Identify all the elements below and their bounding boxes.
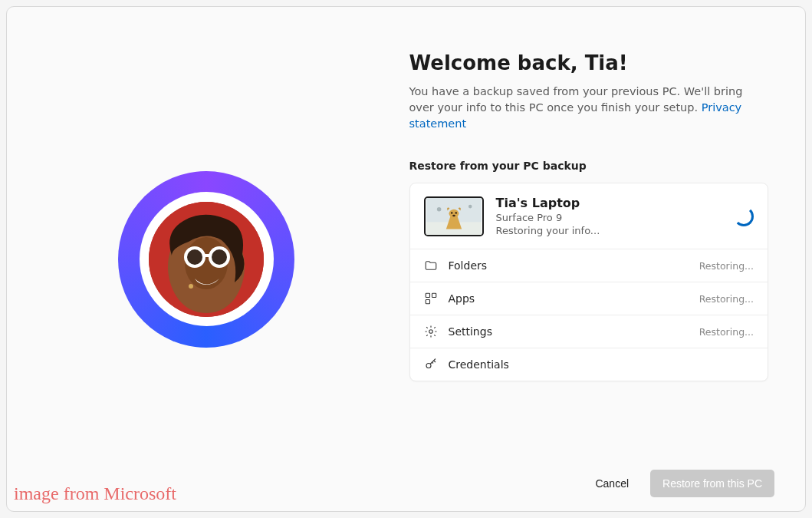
svg-point-4 bbox=[187, 249, 202, 265]
svg-point-7 bbox=[189, 284, 193, 289]
svg-point-5 bbox=[212, 249, 227, 265]
device-name: Tia's Laptop bbox=[496, 196, 722, 210]
section-label: Restore from your PC backup bbox=[409, 160, 769, 172]
svg-point-19 bbox=[429, 330, 432, 334]
user-avatar bbox=[149, 202, 264, 317]
settings-icon bbox=[424, 325, 438, 338]
svg-rect-17 bbox=[432, 293, 436, 297]
key-icon bbox=[424, 358, 438, 371]
oobe-window: Welcome back, Tia! You have a backup sav… bbox=[6, 6, 806, 512]
cancel-button[interactable]: Cancel bbox=[587, 471, 636, 496]
page-subtext: You have a backup saved from your previo… bbox=[409, 84, 769, 132]
item-status: Restoring... bbox=[699, 326, 754, 338]
svg-point-14 bbox=[455, 212, 456, 213]
backup-item-settings: Settings Restoring... bbox=[410, 315, 768, 348]
item-status: Restoring... bbox=[699, 293, 754, 305]
device-thumbnail bbox=[424, 196, 484, 236]
avatar-inner bbox=[140, 192, 274, 326]
svg-rect-16 bbox=[426, 293, 429, 297]
device-text: Tia's Laptop Surface Pro 9 Restoring you… bbox=[496, 196, 722, 236]
avatar-ring bbox=[118, 171, 294, 348]
svg-point-15 bbox=[452, 214, 455, 216]
watermark-text: image from Microsoft bbox=[14, 483, 176, 504]
subtext-text: You have a backup saved from your previo… bbox=[409, 85, 743, 114]
backup-item-apps: Apps Restoring... bbox=[410, 282, 768, 315]
svg-point-13 bbox=[451, 212, 452, 213]
page-heading: Welcome back, Tia! bbox=[409, 51, 769, 74]
device-model: Surface Pro 9 bbox=[496, 212, 722, 223]
svg-point-10 bbox=[436, 207, 441, 212]
backup-card: Tia's Laptop Surface Pro 9 Restoring you… bbox=[409, 183, 769, 381]
item-label: Settings bbox=[449, 325, 689, 338]
device-row[interactable]: Tia's Laptop Surface Pro 9 Restoring you… bbox=[410, 183, 768, 249]
restore-button[interactable]: Restore from this PC bbox=[650, 470, 774, 497]
folder-icon bbox=[424, 259, 438, 272]
svg-rect-18 bbox=[426, 300, 429, 304]
item-status: Restoring... bbox=[699, 260, 754, 272]
svg-rect-6 bbox=[204, 254, 210, 257]
item-label: Credentials bbox=[449, 358, 744, 371]
svg-point-11 bbox=[468, 204, 472, 208]
left-panel bbox=[7, 7, 406, 511]
apps-icon bbox=[424, 292, 438, 305]
backup-item-folders: Folders Restoring... bbox=[410, 249, 768, 282]
right-panel: Welcome back, Tia! You have a backup sav… bbox=[406, 7, 806, 511]
device-status: Restoring your info... bbox=[496, 225, 722, 236]
item-label: Folders bbox=[449, 259, 689, 272]
backup-item-credentials: Credentials bbox=[410, 348, 768, 381]
footer-buttons: Cancel Restore from this PC bbox=[587, 470, 774, 497]
item-label: Apps bbox=[449, 292, 689, 305]
loading-spinner-icon bbox=[734, 206, 754, 226]
svg-point-20 bbox=[426, 364, 431, 368]
